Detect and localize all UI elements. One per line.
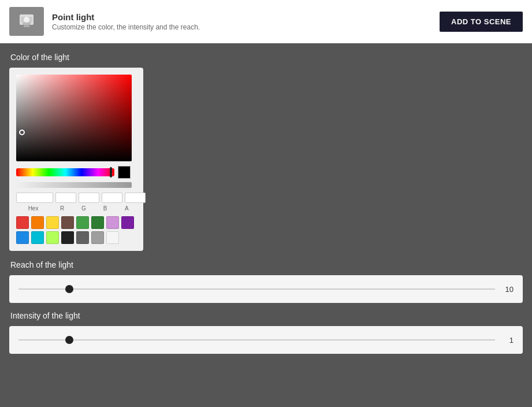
light-icon (9, 7, 44, 36)
header-left: Point light Customize the color, the int… (9, 7, 200, 36)
label-g: G (74, 205, 93, 212)
svg-rect-1 (23, 23, 31, 25)
header-text: Point light Customize the color, the int… (52, 12, 200, 31)
swatch-row1-6[interactable] (106, 216, 119, 229)
main-content: Color of the light 000000 0 0 (0, 43, 532, 371)
swatch-row-2 (16, 231, 136, 244)
swatch-row1-5[interactable] (91, 216, 104, 229)
svg-point-4 (24, 17, 29, 23)
color-preview-swatch (118, 166, 131, 179)
reach-slider-container: 10 (18, 283, 514, 295)
intensity-range-wrapper (18, 334, 495, 346)
label-a: A (117, 205, 136, 212)
swatch-row1-1[interactable] (31, 216, 44, 229)
swatch-row1-7[interactable] (121, 216, 134, 229)
color-gradient-picker[interactable] (16, 75, 132, 161)
reach-slider-box: 10 (9, 275, 523, 303)
label-hex: Hex (16, 205, 50, 212)
intensity-slider-box: 1 (9, 326, 523, 354)
intensity-range-input[interactable] (18, 339, 495, 341)
hue-cursor (110, 167, 112, 177)
g-input[interactable]: 0 (79, 193, 99, 203)
reach-range-wrapper (18, 283, 495, 295)
swatch-grid (16, 216, 136, 244)
swatch-row1-4[interactable] (76, 216, 89, 229)
reach-value: 10 (502, 285, 514, 294)
swatch-row2-3[interactable] (61, 231, 74, 244)
swatch-row2-4[interactable] (76, 231, 89, 244)
swatch-row2-0[interactable] (16, 231, 29, 244)
hex-input[interactable]: 000000 (16, 193, 53, 203)
intensity-slider-container: 1 (18, 334, 514, 346)
swatch-row1-2[interactable] (46, 216, 59, 229)
hue-slider[interactable] (16, 168, 114, 176)
swatch-row2-6[interactable] (106, 231, 119, 244)
alpha-slider[interactable] (16, 182, 132, 188)
intensity-value: 1 (502, 336, 514, 345)
alpha-slider-row (16, 182, 136, 188)
swatch-row2-5[interactable] (91, 231, 104, 244)
header: Point light Customize the color, the int… (0, 0, 532, 43)
swatch-row1-0[interactable] (16, 216, 29, 229)
svg-rect-2 (24, 25, 29, 27)
reach-range-input[interactable] (18, 288, 495, 290)
label-r: R (53, 205, 72, 212)
color-input-row: 000000 0 0 0 100 (16, 193, 136, 203)
a-input[interactable]: 100 (125, 193, 146, 203)
swatch-row-1 (16, 216, 136, 229)
intensity-title: Intensity of the light (9, 311, 523, 320)
r-input[interactable]: 0 (55, 193, 76, 203)
swatch-row2-2[interactable] (46, 231, 59, 244)
reach-title: Reach of the light (9, 260, 523, 269)
light-description: Customize the color, the intensity and t… (52, 23, 200, 31)
color-section-title: Color of the light (9, 53, 523, 62)
hue-slider-row (16, 166, 136, 179)
swatch-row2-1[interactable] (31, 231, 44, 244)
b-input[interactable]: 0 (102, 193, 122, 203)
intensity-section: Intensity of the light 1 (9, 311, 523, 354)
reach-section: Reach of the light 10 (9, 260, 523, 303)
gradient-cursor (19, 130, 25, 135)
label-b: B (96, 205, 115, 212)
color-picker-box: 000000 0 0 0 100 Hex R G B A (9, 68, 143, 251)
color-section: Color of the light 000000 0 0 (9, 53, 523, 251)
add-to-scene-button[interactable]: ADD TO SCENE (440, 12, 523, 32)
input-labels: Hex R G B A (16, 205, 136, 212)
swatch-row1-3[interactable] (61, 216, 74, 229)
light-title: Point light (52, 12, 200, 22)
